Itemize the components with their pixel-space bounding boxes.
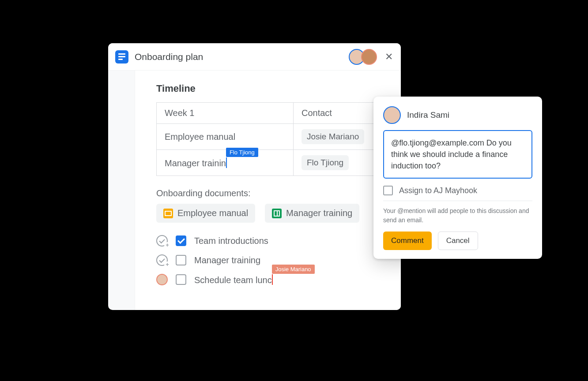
checklist-row[interactable]: Schedule team lunc Josie Mariano — [156, 274, 380, 285]
comment-author-avatar[interactable] — [383, 106, 401, 124]
contact-chip[interactable]: Josie Mariano — [302, 129, 364, 144]
collab-cursor-red — [272, 274, 273, 285]
assign-task-icon[interactable] — [156, 235, 168, 247]
assign-label: Assign to AJ Mayhook — [399, 186, 477, 195]
comment-actions: Comment Cancel — [383, 232, 532, 250]
checklist-label: Team introductions — [194, 236, 268, 246]
document-header: Onboarding plan ✕ — [108, 43, 401, 71]
collaborator-avatars — [349, 49, 377, 65]
task-text: Manager trainin — [165, 158, 226, 168]
sheets-icon — [272, 209, 282, 218]
collab-flag-blue: Flo Tjiong — [226, 148, 258, 157]
table-row: Employee manual Josie Mariano — [157, 124, 381, 150]
comment-header: Indira Sami — [383, 106, 532, 124]
collaborator-avatar-2[interactable] — [361, 49, 377, 65]
task-cell[interactable]: Manager trainin Flo Tjiong — [157, 150, 294, 176]
checklist-row[interactable]: Team introductions — [156, 235, 380, 247]
checklist: Team introductions Manager training Sche… — [156, 235, 380, 285]
docs-icon — [115, 50, 128, 64]
document-title[interactable]: Onboarding plan — [135, 52, 203, 62]
close-icon[interactable]: ✕ — [385, 52, 393, 62]
checklist-row[interactable]: Manager training — [156, 254, 380, 266]
assign-row[interactable]: Assign to AJ Mayhook — [383, 186, 532, 195]
comment-button[interactable]: Comment — [383, 232, 432, 250]
section-heading: Timeline — [156, 83, 380, 94]
doc-chip-employee-manual[interactable]: Employee manual — [156, 204, 255, 223]
document-body[interactable]: Timeline Week 1 Contact Employee manual … — [135, 71, 401, 310]
doc-chip-label: Manager training — [286, 208, 352, 218]
cancel-button[interactable]: Cancel — [438, 232, 478, 250]
table-header-row: Week 1 Contact — [157, 103, 381, 124]
checkbox[interactable] — [176, 235, 186, 246]
task-cell[interactable]: Employee manual — [157, 124, 294, 150]
table-header-week: Week 1 — [157, 103, 294, 124]
doc-chip-label: Employee manual — [177, 208, 248, 218]
assignee-avatar[interactable] — [156, 274, 168, 285]
doc-chip-manager-training[interactable]: Manager training — [265, 204, 359, 223]
onboarding-docs-label: Onboarding documents: — [156, 188, 380, 198]
table-header-contact: Contact — [294, 103, 381, 124]
document-window: Onboarding plan ✕ Timeline Week 1 Contac… — [108, 43, 401, 310]
comment-textarea[interactable]: @flo.tjiong@example.com Do you think we … — [383, 130, 532, 179]
assign-checkbox[interactable] — [383, 186, 393, 195]
contact-cell[interactable]: Flo Tjiong — [294, 150, 381, 176]
comment-card: Indira Sami @flo.tjiong@example.com Do y… — [373, 97, 542, 259]
assign-task-icon[interactable] — [156, 254, 168, 266]
comment-author-name: Indira Sami — [407, 110, 449, 120]
collab-flag-red: Josie Mariano — [272, 265, 315, 274]
contact-chip[interactable]: Flo Tjiong — [302, 155, 349, 170]
mention-hint: Your @mention will add people to this di… — [383, 206, 532, 224]
slides-icon — [163, 209, 173, 218]
timeline-table[interactable]: Week 1 Contact Employee manual Josie Mar… — [156, 102, 381, 176]
contact-cell[interactable]: Josie Mariano — [294, 124, 381, 150]
checkbox[interactable] — [176, 274, 186, 285]
divider — [383, 201, 532, 201]
table-row: Manager trainin Flo Tjiong Flo Tjiong — [157, 150, 381, 176]
checklist-label: Schedule team lunc — [194, 275, 272, 285]
checklist-label: Manager training — [194, 255, 260, 265]
checkbox[interactable] — [176, 255, 186, 265]
doc-chips-row: Employee manual Manager training — [156, 204, 380, 223]
collab-cursor-blue — [226, 157, 227, 168]
